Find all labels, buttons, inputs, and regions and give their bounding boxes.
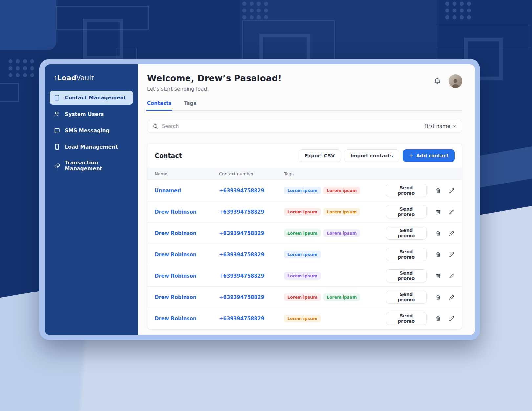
delete-icon[interactable] [435,187,441,194]
tab-bar: Contacts Tags [147,100,462,111]
delete-icon[interactable] [435,209,441,215]
contact-name-link[interactable]: Drew Robinson [155,273,196,279]
user-avatar[interactable] [449,74,462,88]
edit-icon[interactable] [449,187,455,194]
contact-number-link[interactable]: +639394758829 [219,273,264,279]
tag-pill: Lorem ipsum [284,229,321,237]
search-bar: First name [147,120,462,133]
send-promo-button[interactable]: Send promo [386,291,427,304]
table-header: Name Contact number Tags [147,168,462,180]
sidebar-item-label: SMS Messaging [65,128,110,134]
delete-icon[interactable] [435,294,441,300]
edit-icon[interactable] [449,230,455,236]
users-icon [54,111,60,118]
delete-icon[interactable] [435,273,441,279]
search-input[interactable] [162,123,421,129]
sidebar: ↑LoadVault Contact Management System Use… [45,64,138,335]
tag-pill: Lorem ipsum [323,187,360,194]
delete-icon[interactable] [435,230,441,236]
send-promo-button[interactable]: Send promo [386,312,427,325]
contact-card: Contact Export CSV Import contacts Add c… [147,143,462,330]
contact-name-link[interactable]: Drew Robinson [155,230,196,236]
contact-number-link[interactable]: +639394758829 [219,252,264,258]
table-row: Drew Robinson +639394758829 Lorem ipsumL… [147,201,462,223]
sidebar-item-system-users[interactable]: System Users [50,107,133,121]
search-icon [153,123,159,129]
sidebar-item-label: System Users [65,111,104,117]
export-csv-button[interactable]: Export CSV [299,149,341,162]
send-promo-button[interactable]: Send promo [386,227,427,240]
main-content: Welcome, Drew’s Pasaload! Let’s start se… [138,64,475,335]
tag-pill: Lorem ipsum [284,272,321,280]
contact-name-link[interactable]: Drew Robinson [155,252,196,258]
tab-tags[interactable]: Tags [184,100,196,110]
contact-number-link[interactable]: +639394758829 [219,294,264,300]
edit-icon[interactable] [449,294,455,300]
contact-number-link[interactable]: +639394758829 [219,316,264,322]
contact-table-body: Unnamed +639394758829 Lorem ipsumLorem i… [147,180,462,329]
table-row: Drew Robinson +639394758829 Lorem ipsumL… [147,287,462,308]
contact-number-link[interactable]: +639394758829 [219,188,264,194]
table-row: Drew Robinson +639394758829 Lorem ipsum … [147,308,462,329]
import-contacts-button[interactable]: Import contacts [344,149,399,162]
edit-icon[interactable] [449,273,455,279]
coins-icon [54,162,60,169]
tag-pill: Lorem ipsum [323,293,360,301]
contact-number-link[interactable]: +639394758829 [219,209,264,215]
contact-tags: Lorem ipsum [284,272,386,280]
sidebar-item-label: Transaction Management [65,160,129,172]
table-row: Unnamed +639394758829 Lorem ipsumLorem i… [147,180,462,201]
plus-icon [409,153,414,158]
contact-tags: Lorem ipsumLorem ipsum [284,208,386,216]
sort-dropdown[interactable]: First name [424,123,457,129]
address-book-icon [54,94,60,101]
contact-tags: Lorem ipsumLorem ipsum [284,293,386,301]
contact-name-link[interactable]: Drew Robinson [155,209,196,215]
sidebar-item-label: Load Management [65,144,118,150]
bg-dots [8,59,36,79]
bg-dots [445,1,473,22]
table-row: Drew Robinson +639394758829 Lorem ipsumL… [147,223,462,244]
page-title: Welcome, Drew’s Pasaload! [147,74,282,83]
sidebar-item-load-management[interactable]: Load Management [50,140,133,154]
send-promo-button[interactable]: Send promo [386,269,427,282]
contact-name-link[interactable]: Drew Robinson [155,294,196,300]
contact-tags: Lorem ipsum [284,315,386,322]
bg-rect [0,83,19,102]
smartphone-icon [54,143,60,150]
sidebar-item-label: Contact Management [65,95,126,101]
edit-icon[interactable] [449,209,455,215]
bg-square [0,0,56,50]
sidebar-item-contact-management[interactable]: Contact Management [50,91,133,105]
tag-pill: Lorem ipsum [284,293,321,301]
tag-pill: Lorem ipsum [323,208,360,216]
chevron-down-icon [452,124,457,129]
contact-number-link[interactable]: +639394758829 [219,230,264,236]
column-header-number: Contact number [219,171,284,176]
delete-icon[interactable] [435,251,441,258]
chat-bubble-icon [54,127,60,134]
contact-tags: Lorem ipsumLorem ipsum [284,229,386,237]
sidebar-item-transaction-management[interactable]: Transaction Management [50,156,133,175]
send-promo-button[interactable]: Send promo [386,184,427,197]
table-row: Drew Robinson +639394758829 Lorem ipsum … [147,244,462,265]
app-window: ↑LoadVault Contact Management System Use… [39,59,480,340]
add-contact-button[interactable]: Add contact [403,149,455,162]
contact-tags: Lorem ipsumLorem ipsum [284,187,386,194]
send-promo-button[interactable]: Send promo [386,205,427,218]
edit-icon[interactable] [449,315,455,322]
contact-name-link[interactable]: Drew Robinson [155,316,196,322]
app-logo: ↑LoadVault [53,74,133,82]
contact-name-link[interactable]: Unnamed [155,188,181,194]
notification-bell-icon[interactable] [433,77,441,85]
edit-icon[interactable] [449,251,455,258]
card-title: Contact [155,152,182,159]
sidebar-item-sms-messaging[interactable]: SMS Messaging [50,123,133,138]
bg-dots [242,1,270,22]
person-silhouette-icon [450,77,461,88]
tab-contacts[interactable]: Contacts [147,100,171,110]
tag-pill: Lorem ipsum [323,229,360,237]
page-subtitle: Let’s start sending load. [147,86,282,92]
delete-icon[interactable] [435,315,441,322]
send-promo-button[interactable]: Send promo [386,248,427,261]
